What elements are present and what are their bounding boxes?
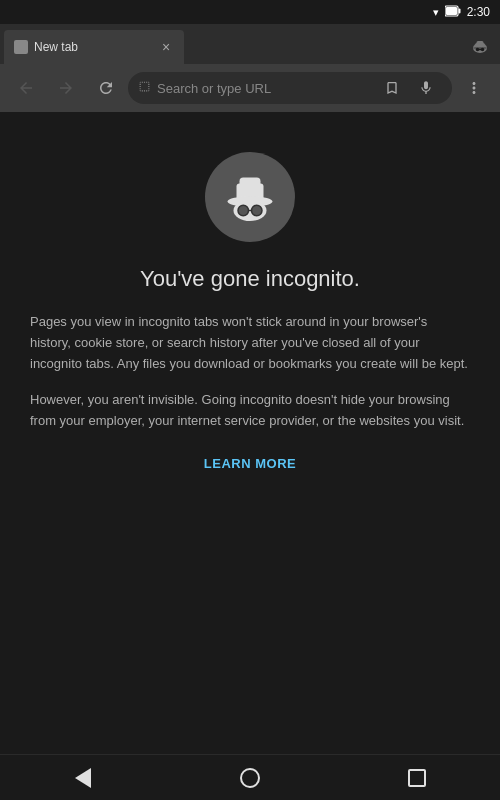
svg-rect-6: [477, 41, 484, 45]
recents-nav-icon: [408, 769, 426, 787]
svg-rect-13: [240, 178, 261, 192]
voice-search-button[interactable]: [410, 72, 442, 104]
address-bar[interactable]: Search or type URL: [128, 72, 452, 104]
tab-close-button[interactable]: ×: [158, 39, 174, 55]
incognito-heading: You've gone incognito.: [140, 266, 360, 292]
tab-title: New tab: [34, 40, 152, 54]
svg-rect-1: [458, 9, 460, 14]
bookmark-button[interactable]: [376, 72, 408, 104]
menu-button[interactable]: [456, 70, 492, 106]
svg-point-8: [481, 48, 485, 52]
wifi-icon: ▾: [433, 6, 439, 19]
incognito-tab-icon: [464, 30, 496, 64]
status-time: 2:30: [467, 5, 490, 19]
learn-more-link[interactable]: LEARN MORE: [204, 456, 296, 471]
svg-point-15: [238, 205, 249, 216]
incognito-avatar: [205, 152, 295, 242]
home-nav-icon: [240, 768, 260, 788]
svg-point-7: [476, 48, 480, 52]
address-bar-actions: [376, 72, 442, 104]
search-icon: [138, 80, 151, 96]
home-nav-button[interactable]: [225, 758, 275, 798]
back-button[interactable]: [8, 70, 44, 106]
status-bar: ▾ 2:30: [0, 0, 500, 24]
reload-button[interactable]: [88, 70, 124, 106]
address-bar-placeholder: Search or type URL: [157, 81, 370, 96]
svg-point-16: [252, 205, 263, 216]
recents-nav-button[interactable]: [392, 758, 442, 798]
toolbar: Search or type URL: [0, 64, 500, 112]
svg-rect-2: [446, 7, 457, 15]
battery-icon: [445, 5, 461, 19]
incognito-para2: However, you aren't invisible. Going inc…: [30, 390, 470, 432]
tab-favicon: [14, 40, 28, 54]
forward-button[interactable]: [48, 70, 84, 106]
main-content: You've gone incognito. Pages you view in…: [0, 112, 500, 754]
active-tab[interactable]: New tab ×: [4, 30, 184, 64]
nav-bar: [0, 754, 500, 800]
back-nav-icon: [75, 768, 91, 788]
incognito-para1: Pages you view in incognito tabs won't s…: [30, 312, 470, 374]
back-nav-button[interactable]: [58, 758, 108, 798]
svg-rect-9: [479, 49, 481, 51]
tab-bar: New tab ×: [0, 24, 500, 64]
